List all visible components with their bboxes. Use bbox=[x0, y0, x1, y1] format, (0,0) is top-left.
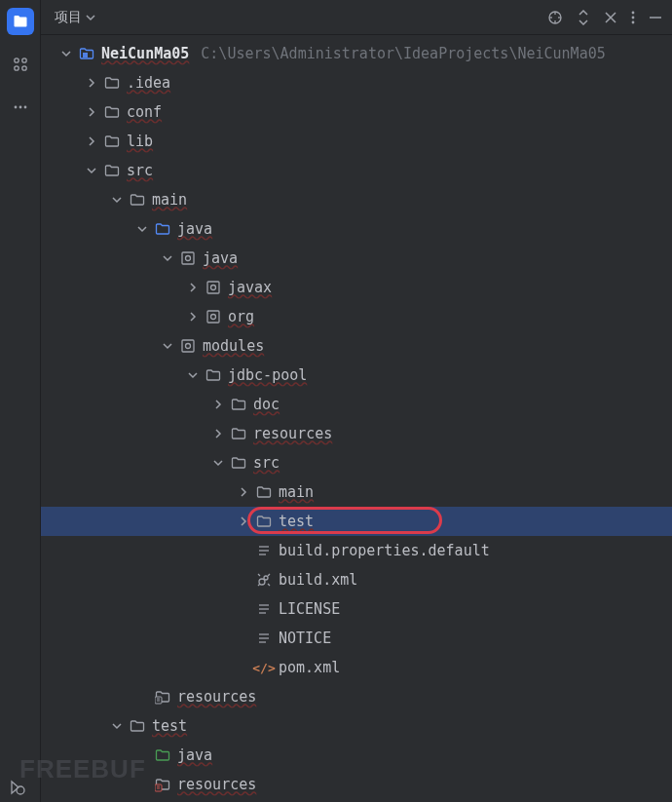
tree-row[interactable]: test bbox=[41, 711, 672, 741]
svg-line-33 bbox=[268, 584, 270, 586]
chevron-down-icon[interactable] bbox=[160, 338, 175, 354]
tree-row[interactable]: resources bbox=[41, 419, 672, 448]
tree-row[interactable]: .idea bbox=[41, 68, 672, 97]
folder-blue-icon bbox=[154, 221, 171, 237]
chevron-down-icon[interactable] bbox=[185, 367, 201, 383]
chevron-right-icon[interactable] bbox=[185, 309, 201, 325]
res-folder-icon bbox=[154, 689, 171, 705]
tree-row[interactable]: NeiCunMa05C:\Users\Administrator\IdeaPro… bbox=[41, 39, 672, 68]
tree-node-label: resources bbox=[253, 425, 332, 442]
project-tool-icon[interactable] bbox=[7, 8, 34, 35]
svg-rect-16 bbox=[83, 53, 88, 57]
tree-node-label: java bbox=[203, 249, 238, 267]
svg-point-14 bbox=[632, 20, 635, 23]
tree-row[interactable]: src bbox=[41, 156, 672, 185]
tree-node-label: NeiCunMa05 bbox=[101, 45, 189, 62]
chevron-down-icon[interactable] bbox=[109, 192, 125, 208]
more-tools-icon[interactable] bbox=[7, 94, 34, 121]
tree-row[interactable]: doc bbox=[41, 390, 672, 419]
tree-row[interactable]: java bbox=[41, 244, 672, 273]
svg-point-4 bbox=[14, 106, 17, 109]
tree-row[interactable]: build.xml bbox=[41, 565, 672, 594]
chevron-right-icon[interactable] bbox=[84, 75, 99, 91]
tree-row[interactable]: NOTICE bbox=[41, 624, 672, 653]
run-tool-icon[interactable] bbox=[4, 774, 31, 801]
settings-icon[interactable] bbox=[604, 10, 617, 25]
expand-collapse-icon[interactable] bbox=[577, 10, 590, 25]
package-icon bbox=[179, 338, 197, 354]
tree-row[interactable]: test bbox=[41, 507, 672, 536]
bottom-tool-strip bbox=[0, 773, 672, 802]
chevron-down-icon bbox=[86, 13, 95, 22]
chevron-down-icon[interactable] bbox=[134, 221, 150, 237]
chevron-down-icon[interactable] bbox=[160, 250, 175, 266]
project-tree[interactable]: NeiCunMa05C:\Users\Administrator\IdeaPro… bbox=[41, 35, 672, 802]
tree-row[interactable]: java bbox=[41, 214, 672, 244]
svg-point-6 bbox=[23, 106, 26, 109]
tree-row[interactable]: build.properties.default bbox=[41, 536, 672, 565]
tool-header: 项目 bbox=[41, 0, 672, 35]
tree-row[interactable]: org bbox=[41, 302, 672, 331]
tree-node-label: .idea bbox=[127, 74, 170, 92]
tree-row[interactable]: src bbox=[41, 448, 672, 477]
chevron-right-icon[interactable] bbox=[185, 280, 201, 295]
tree-row[interactable]: resources bbox=[41, 682, 672, 711]
package-icon bbox=[205, 309, 222, 325]
svg-point-12 bbox=[632, 11, 635, 14]
tree-row[interactable]: javax bbox=[41, 273, 672, 302]
chevron-right-icon[interactable] bbox=[84, 104, 99, 120]
tree-row[interactable]: conf bbox=[41, 97, 672, 127]
chevron-right-icon[interactable] bbox=[236, 484, 251, 500]
svg-rect-21 bbox=[207, 311, 219, 323]
chevron-right-icon[interactable] bbox=[84, 134, 99, 149]
xml-icon: </> bbox=[255, 661, 273, 675]
tree-row[interactable]: jdbc-pool bbox=[41, 361, 672, 390]
chevron-down-icon[interactable] bbox=[109, 718, 125, 734]
tree-node-label: resources bbox=[177, 688, 256, 706]
svg-point-18 bbox=[186, 256, 191, 261]
chevron-down-icon[interactable] bbox=[58, 46, 74, 61]
tree-row[interactable]: lib bbox=[41, 127, 672, 156]
svg-point-13 bbox=[632, 16, 635, 19]
folder-icon bbox=[205, 367, 222, 383]
folder-icon bbox=[103, 163, 121, 178]
svg-point-24 bbox=[186, 344, 191, 349]
folder-icon bbox=[129, 192, 146, 208]
chevron-right-icon[interactable] bbox=[210, 397, 226, 412]
tree-node-label: doc bbox=[253, 396, 280, 413]
svg-point-29 bbox=[264, 576, 268, 580]
svg-point-22 bbox=[211, 315, 216, 320]
tree-row[interactable]: modules bbox=[41, 331, 672, 361]
tree-node-label: javax bbox=[228, 279, 272, 296]
tree-node-label: conf bbox=[127, 103, 162, 121]
tree-row[interactable]: </>pom.xml bbox=[41, 653, 672, 682]
folder-icon bbox=[103, 134, 121, 149]
svg-point-0 bbox=[14, 58, 18, 62]
svg-line-31 bbox=[268, 574, 270, 576]
folder-icon bbox=[230, 455, 247, 471]
tree-node-label: LICENSE bbox=[279, 600, 340, 618]
svg-line-30 bbox=[258, 574, 260, 576]
project-panel: 项目 NeiCunMa05C:\Users\Administrator\Idea… bbox=[41, 0, 672, 802]
structure-tool-icon[interactable] bbox=[7, 51, 34, 78]
tree-row[interactable]: main bbox=[41, 477, 672, 507]
tree-node-label: pom.xml bbox=[279, 659, 340, 676]
tree-node-label: main bbox=[152, 191, 187, 209]
tree-row[interactable]: main bbox=[41, 185, 672, 214]
more-icon[interactable] bbox=[631, 10, 635, 25]
select-opened-icon[interactable] bbox=[547, 10, 563, 25]
tree-node-label: java bbox=[177, 746, 212, 764]
panel-title[interactable]: 项目 bbox=[55, 9, 95, 26]
tree-row[interactable]: LICENSE bbox=[41, 594, 672, 624]
svg-point-5 bbox=[19, 106, 21, 109]
chevron-down-icon[interactable] bbox=[210, 455, 226, 471]
svg-point-3 bbox=[21, 66, 25, 70]
minimize-icon[interactable] bbox=[649, 10, 662, 25]
chevron-right-icon[interactable] bbox=[210, 426, 226, 441]
svg-point-20 bbox=[211, 286, 216, 290]
chevron-right-icon[interactable] bbox=[236, 514, 251, 529]
tree-node-label: build.xml bbox=[279, 571, 357, 589]
tree-row[interactable]: java bbox=[41, 741, 672, 770]
svg-rect-19 bbox=[207, 282, 219, 293]
chevron-down-icon[interactable] bbox=[84, 163, 99, 178]
